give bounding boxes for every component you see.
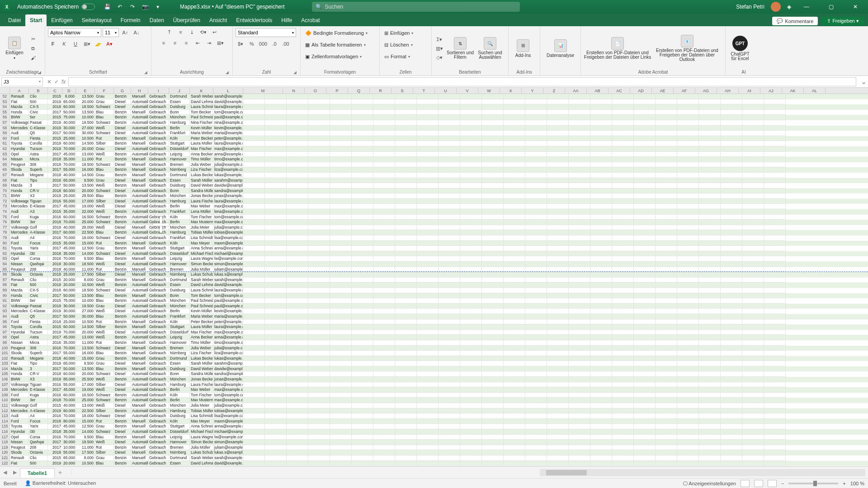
cell[interactable] (721, 272, 742, 277)
horizontal-scrollbar[interactable] (540, 469, 865, 476)
cell[interactable] (352, 173, 373, 178)
cell[interactable] (525, 267, 547, 272)
cell[interactable] (764, 408, 786, 414)
cell[interactable] (308, 455, 330, 461)
column-header[interactable]: I (148, 88, 169, 94)
cell[interactable]: 70.000 (62, 413, 76, 419)
cell[interactable]: paul@example.com (213, 304, 243, 309)
table-row[interactable]: 55HondaCivic201750.00013.500BlauBenzinMa… (0, 110, 868, 115)
cell[interactable]: Julia Weber (190, 346, 213, 351)
cell[interactable] (265, 141, 287, 146)
cell[interactable] (287, 319, 308, 325)
cell[interactable] (547, 209, 569, 215)
cell[interactable]: 14.500 (76, 324, 95, 330)
cell[interactable]: 30.000 (62, 440, 76, 445)
cell[interactable] (417, 450, 439, 455)
cell[interactable]: 13.500 (76, 94, 95, 99)
cell[interactable]: Automatik (131, 382, 148, 388)
italic-button[interactable]: K (59, 40, 69, 48)
row-header[interactable]: 113 (0, 413, 10, 419)
cell[interactable] (634, 157, 656, 162)
table-row[interactable]: 84NissanQashqai201930.00018.500WeißDiese… (0, 262, 868, 267)
cell[interactable] (330, 435, 352, 440)
cell[interactable] (504, 178, 525, 183)
cell[interactable] (504, 435, 525, 440)
cell[interactable] (373, 282, 395, 288)
cell[interactable] (590, 272, 612, 277)
cell[interactable] (590, 126, 612, 131)
cell[interactable] (590, 120, 612, 126)
cell[interactable] (656, 246, 677, 251)
cell[interactable] (721, 382, 742, 388)
cell[interactable] (721, 126, 742, 131)
cell[interactable]: Gebrauch (148, 455, 169, 461)
cell[interactable] (243, 178, 265, 183)
cell[interactable] (742, 199, 764, 204)
cell[interactable] (590, 288, 612, 293)
cell[interactable] (547, 382, 569, 388)
cell[interactable] (547, 215, 569, 220)
cell[interactable]: Blau (95, 110, 114, 115)
cell[interactable] (612, 241, 634, 246)
cell[interactable] (547, 193, 569, 199)
cell[interactable]: München (169, 298, 190, 304)
redo-icon[interactable]: ↷ (128, 3, 137, 11)
cell[interactable] (656, 371, 677, 377)
cell[interactable] (482, 251, 504, 257)
cell[interactable]: 2015 (48, 455, 62, 461)
ribbon-tab-seitenlayout[interactable]: Seitenlayout (77, 14, 116, 26)
cell[interactable] (634, 193, 656, 199)
data-analysis-button[interactable]: 📊Datenanalyse (543, 33, 578, 64)
cell[interactable] (612, 324, 634, 330)
cell[interactable] (699, 199, 721, 204)
cell[interactable] (547, 346, 569, 351)
cell[interactable]: Automatik (131, 429, 148, 435)
row-header[interactable]: 77 (0, 225, 10, 230)
cell[interactable] (373, 173, 395, 178)
cell[interactable]: Renault (10, 277, 29, 283)
cell[interactable] (265, 298, 287, 304)
cell[interactable]: Blau (95, 314, 114, 319)
cell[interactable] (699, 188, 721, 194)
cell[interactable]: München (169, 377, 190, 382)
table-row[interactable]: 99NissanMicra201635.00011.000RotBenzinMa… (0, 340, 868, 346)
cell[interactable]: 40.000 (62, 120, 76, 126)
cell[interactable] (721, 204, 742, 209)
cell[interactable]: Nissan (10, 157, 29, 162)
cell[interactable] (634, 455, 656, 461)
cell[interactable] (612, 319, 634, 325)
cell[interactable] (460, 461, 482, 466)
cell[interactable]: Diesel (114, 104, 131, 110)
cell[interactable]: 18.000 (76, 235, 95, 241)
undo-icon[interactable]: ↶ (116, 3, 124, 11)
row-header[interactable]: 102 (0, 356, 10, 361)
cell[interactable]: 28.500 (76, 193, 95, 199)
cell[interactable] (504, 424, 525, 429)
cell[interactable]: Schwarz (95, 220, 114, 225)
cell[interactable] (634, 319, 656, 325)
cell[interactable] (482, 235, 504, 241)
cell[interactable]: Simon Becker (190, 440, 213, 445)
normal-view-button[interactable] (741, 480, 750, 487)
cell[interactable]: 208 (29, 267, 48, 272)
cell[interactable]: Berlin (169, 204, 190, 209)
cell[interactable] (699, 288, 721, 293)
cell[interactable] (395, 126, 417, 131)
cell[interactable] (699, 330, 721, 335)
column-header[interactable]: AJ (760, 88, 782, 94)
cell[interactable]: michael@example.com (213, 429, 243, 435)
cell[interactable] (308, 110, 330, 115)
cell[interactable] (330, 256, 352, 262)
cell[interactable] (287, 371, 308, 377)
cell[interactable] (677, 104, 699, 110)
align-top-icon[interactable]: ⤒ (165, 28, 175, 36)
cell[interactable]: CR-V (29, 188, 48, 194)
cell[interactable]: 2015 (48, 209, 62, 215)
cell[interactable] (287, 230, 308, 235)
cell[interactable]: Laura Fischer (190, 382, 213, 388)
cell[interactable] (373, 225, 395, 230)
cell[interactable]: sarahm@example.com (213, 178, 243, 183)
cell[interactable] (439, 288, 460, 293)
cell[interactable] (742, 152, 764, 157)
cell[interactable] (547, 387, 569, 393)
